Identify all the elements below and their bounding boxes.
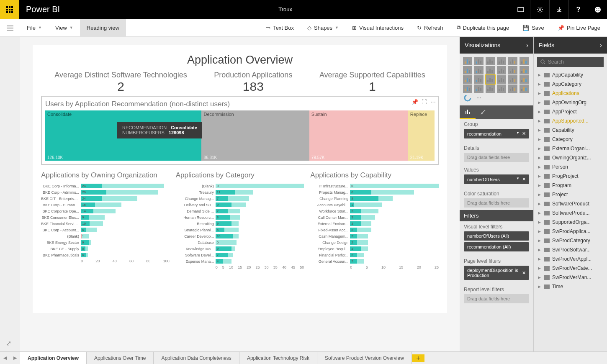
fields-tab[interactable] <box>460 105 476 119</box>
viz-type-icon[interactable] <box>463 75 472 84</box>
bar-row[interactable]: Change Planning 8 <box>310 195 439 202</box>
bar-row[interactable]: BKE Corporate Ope... 14 <box>41 208 170 214</box>
field-item[interactable]: ▶Category <box>534 135 607 144</box>
bar-row[interactable]: General Accoun... 2 <box>310 258 439 264</box>
expand-icon[interactable]: ▶ <box>538 266 541 270</box>
bar-row[interactable]: Delivery and Su... 9 <box>176 202 304 208</box>
gear-icon[interactable] <box>530 0 549 19</box>
textbox-button[interactable]: ▭Text Box <box>259 19 301 37</box>
kpi-card[interactable]: Average Distinct Software Technologies2 <box>54 71 187 94</box>
hamburger-icon[interactable] <box>0 19 20 37</box>
expand-icon[interactable]: ▶ <box>538 211 541 215</box>
fields-panel-header[interactable]: Fields› <box>534 37 607 54</box>
viz-type-icon[interactable] <box>474 85 484 93</box>
visual-filter-1[interactable]: numberOfUsers (All) <box>464 231 529 241</box>
viz-type-icon[interactable] <box>474 66 484 74</box>
expand-icon[interactable]: ▶ <box>538 91 541 95</box>
treemap-cell[interactable]: Sustain79.57K <box>309 110 408 161</box>
expand-icon[interactable]: ▶ <box>538 275 541 279</box>
viz-type-icon[interactable] <box>486 85 495 93</box>
bar-row[interactable]: Change Design 2 <box>310 239 439 246</box>
bar-row[interactable]: Demand Side ... 7 <box>176 208 304 214</box>
bar-row[interactable]: IT Infrastructure... 0 <box>310 183 439 189</box>
bar-row[interactable]: (Blank) 1 <box>41 233 170 239</box>
bar-row[interactable]: Software Devel... 7 <box>176 252 304 258</box>
more-icon[interactable]: ⋯ <box>430 99 436 105</box>
field-item[interactable]: ▶Project <box>534 190 607 199</box>
expand-icon[interactable]: ▶ <box>538 229 541 233</box>
fullscreen-icon[interactable] <box>511 0 530 19</box>
reading-view-button[interactable]: Reading view <box>80 19 126 37</box>
expand-icon[interactable]: ▶ <box>538 82 541 86</box>
bar-row[interactable]: Financial Perfor... 2 <box>310 252 439 258</box>
chevron-right-icon[interactable]: › <box>526 42 528 49</box>
bar-row[interactable]: Cash Managem... 2 <box>310 233 439 239</box>
bar-row[interactable]: Call Center Man... 3 <box>310 214 439 220</box>
refresh-button[interactable]: ↻Refresh <box>410 19 450 37</box>
field-item[interactable]: ▶SoftwareProduct <box>534 199 607 208</box>
expand-icon[interactable]: ▶ <box>538 156 541 160</box>
expand-icon[interactable]: ▶ <box>538 248 541 252</box>
expand-icon[interactable]: ▶ <box>538 100 541 105</box>
group-field[interactable]: recommendation▼✕ <box>464 129 529 138</box>
bar-row[interactable]: BKE Energy Sector 9 <box>41 239 170 246</box>
format-tab[interactable] <box>476 105 491 119</box>
bar-row[interactable]: Projects Manag... 6 <box>310 189 439 195</box>
page-tab[interactable]: Software Product Version Overview <box>317 352 412 364</box>
expand-icon[interactable]: ▶ <box>538 220 541 224</box>
bar-row[interactable]: Accounts Payabl... 1 <box>310 202 439 208</box>
field-item[interactable]: ▶AppOwningOrg <box>534 98 607 107</box>
interactions-button[interactable]: ⊞Visual Interactions <box>345 19 410 37</box>
save-button[interactable]: 💾Save <box>516 19 551 37</box>
field-item[interactable]: ▶SoftwareProdu... <box>534 208 607 218</box>
field-item[interactable]: ▶AppCapability <box>534 70 607 79</box>
remove-icon[interactable]: ✕ <box>522 270 526 276</box>
kpi-card[interactable]: Production Applications183 <box>214 71 292 94</box>
download-icon[interactable] <box>549 0 568 19</box>
duplicate-button[interactable]: ⧉Duplicate this page <box>450 19 516 37</box>
expand-icon[interactable]: ▶ <box>538 285 541 289</box>
bar-row[interactable]: BKE Corp - Account... 6 <box>41 227 170 233</box>
category-chart[interactable]: Applications by Category (Blank) 0 Treas… <box>176 171 304 269</box>
remove-icon[interactable]: ✕ <box>522 177 526 182</box>
bar-row[interactable]: Fixed-Asset Acc... 2 <box>310 227 439 233</box>
bar-row[interactable]: BKE Corp - Adminis... 29 <box>41 189 170 195</box>
expand-icon[interactable]: ▶ <box>538 238 541 243</box>
kpi-card[interactable]: Average Supported Capabilities1 <box>319 71 425 94</box>
chevron-right-icon[interactable]: › <box>600 42 602 49</box>
field-item[interactable]: ▶SwProdVerAppl... <box>534 254 607 264</box>
bar-row[interactable]: External Environ... 3 <box>310 220 439 227</box>
feedback-icon[interactable] <box>588 0 607 19</box>
viz-type-icon[interactable] <box>520 66 529 74</box>
viz-type-icon[interactable] <box>497 57 506 65</box>
viz-type-icon[interactable] <box>508 85 517 93</box>
bar-row[interactable]: (Blank) 0 <box>176 183 304 189</box>
treemap-visual[interactable]: 📌 ⛶ ⋯ Users by Application Recommendatio… <box>41 96 439 165</box>
field-item[interactable]: ▶SwProdVerCate... <box>534 264 607 273</box>
field-item[interactable]: ▶ProgProject <box>534 172 607 181</box>
page-tab[interactable]: Application Data Completeness <box>154 352 239 364</box>
bar-row[interactable]: BKE Corp - Human ... 16 <box>41 202 170 208</box>
viz-type-icon[interactable] <box>508 57 517 65</box>
owning-chart[interactable]: Applications by Owning Organization BKE … <box>41 171 170 269</box>
focus-icon[interactable]: ⛶ <box>422 99 427 105</box>
viz-type-icon[interactable] <box>463 85 472 93</box>
file-menu[interactable]: File ▼ <box>20 19 49 37</box>
add-page-button[interactable]: + <box>412 354 424 362</box>
viz-type-icon[interactable] <box>520 57 529 65</box>
field-item[interactable]: ▶SwProdApplica... <box>534 227 607 236</box>
page-filter[interactable]: deploymentDisposition is Production✕ <box>464 266 529 280</box>
viz-type-icon[interactable] <box>474 57 484 65</box>
expand-icon[interactable]: ▶ <box>538 202 541 206</box>
bar-row[interactable]: BKE Pharmaceuticals 6 <box>41 252 170 258</box>
viz-type-icon[interactable] <box>486 66 495 74</box>
field-item[interactable]: ▶Capability <box>534 126 607 135</box>
help-icon[interactable]: ? <box>568 0 588 19</box>
bar-row[interactable]: BKE Consumer Elec... 9 <box>41 214 170 220</box>
field-item[interactable]: ▶Person <box>534 162 607 172</box>
chevron-down-icon[interactable]: ▼ <box>516 131 520 136</box>
bar-row[interactable]: BKE CE - Supply 5 <box>41 246 170 252</box>
viz-type-icon[interactable] <box>497 75 506 84</box>
visual-filter-2[interactable]: recommendation (All) <box>464 242 529 251</box>
viz-type-icon[interactable] <box>463 66 472 74</box>
